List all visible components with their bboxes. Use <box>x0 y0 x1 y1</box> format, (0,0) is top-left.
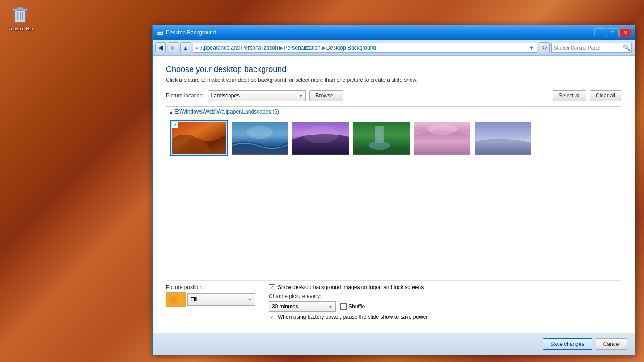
thumbnail-image-6 <box>475 121 531 155</box>
show-logon-row: Show desktop background images on logon … <box>269 284 621 290</box>
picture-position-section: Picture position: Fill ▼ <box>166 284 255 320</box>
dropdown-arrow-icon: ▼ <box>298 93 303 98</box>
change-picture-label: Change picture every: <box>269 293 621 299</box>
window-icon <box>156 29 163 36</box>
battery-checkbox[interactable] <box>269 314 275 320</box>
svg-point-12 <box>247 126 273 139</box>
picture-location-value: Landscapes <box>211 93 240 99</box>
minimize-button[interactable]: ─ <box>594 28 606 37</box>
shuffle-checkbox[interactable] <box>340 303 347 310</box>
svg-point-20 <box>427 124 458 135</box>
show-logon-checkbox[interactable] <box>269 284 275 290</box>
thumbnail-image-2 <box>232 121 288 155</box>
recycle-bin-label: Recycle Bin <box>7 26 33 31</box>
close-button[interactable]: ✕ <box>619 28 631 37</box>
thumbnail-item[interactable] <box>474 120 532 156</box>
refresh-button[interactable]: ↻ <box>539 42 550 53</box>
forward-button[interactable]: ▶ <box>168 42 178 53</box>
thumbnail-item[interactable] <box>292 120 350 156</box>
save-button[interactable]: Save changes <box>543 338 592 350</box>
page-description: Click a picture to make it your desktop … <box>166 77 621 83</box>
thumbnail-checkbox-1[interactable] <box>172 122 178 128</box>
maximize-button[interactable]: □ <box>607 28 619 37</box>
show-logon-label: Show desktop background images on logon … <box>278 284 424 290</box>
path-appearance[interactable]: Appearance and Personalization <box>200 45 278 51</box>
picture-location-dropdown[interactable]: Landscapes ▼ <box>208 90 306 101</box>
thumbnail-item[interactable] <box>352 120 411 156</box>
slideshow-options: Show desktop background images on logon … <box>269 284 621 320</box>
search-button[interactable]: 🔍 <box>622 43 631 52</box>
picture-position-label: Picture position: <box>166 284 255 290</box>
position-dropdown-arrow-icon: ▼ <box>248 297 252 302</box>
picture-position-dropdown[interactable]: Fill ▼ <box>187 293 255 306</box>
title-bar-buttons: ─ □ ✕ <box>594 28 631 37</box>
position-value: Fill <box>191 296 197 303</box>
cancel-button[interactable]: Cancel <box>596 338 627 350</box>
battery-row: When using battery power, pause the slid… <box>269 314 621 320</box>
shuffle-label: Shuffle <box>348 303 365 310</box>
shuffle-row: Shuffle <box>340 303 365 310</box>
svg-rect-8 <box>157 33 159 34</box>
change-picture-row: 30 minutes ▼ Shuffle <box>269 301 621 312</box>
search-box: 🔍 <box>551 43 632 53</box>
address-bar: ◀ ▶ ▲ « Appearance and Personalization ▶… <box>153 40 635 56</box>
path-personalization[interactable]: Personalization <box>284 45 321 51</box>
svg-rect-18 <box>353 122 410 155</box>
thumbnail-item[interactable] <box>170 120 228 156</box>
interval-dropdown[interactable]: 30 minutes ▼ <box>269 301 336 312</box>
interval-dropdown-arrow-icon: ▼ <box>328 304 333 309</box>
picture-location-label: Picture location: <box>166 93 204 99</box>
picture-location-row: Picture location: Landscapes ▼ Browse...… <box>166 90 621 101</box>
svg-rect-2 <box>17 7 23 9</box>
section-header: ▴ E:\Windows\Web\Wallpaper\Landscapes (6… <box>166 107 621 117</box>
thumbnail-item[interactable] <box>413 120 471 156</box>
thumbnail-image-1 <box>172 122 226 154</box>
wallpaper-section: ▴ E:\Windows\Web\Wallpaper\Landscapes (6… <box>166 106 621 274</box>
battery-label: When using battery power, pause the slid… <box>278 314 428 320</box>
clear-all-button[interactable]: Clear all <box>590 90 621 101</box>
bottom-options-row: Picture position: Fill ▼ <box>166 284 621 320</box>
search-input[interactable] <box>552 45 622 51</box>
recycle-bin-icon[interactable]: Recycle Bin <box>7 4 34 31</box>
thumbnail-grid <box>166 117 621 160</box>
page-title: Choose your desktop background <box>166 65 621 74</box>
svg-rect-9 <box>160 33 162 34</box>
thumbnail-image-5 <box>414 121 470 155</box>
title-bar-text: Desktop Background <box>166 29 594 36</box>
thumbnail-image-4 <box>353 121 410 155</box>
svg-point-23 <box>170 296 177 303</box>
interval-value: 30 minutes <box>272 303 298 310</box>
dialog-footer: Save changes Cancel <box>153 333 635 355</box>
svg-rect-7 <box>157 30 163 32</box>
thumbnail-item[interactable] <box>231 120 289 156</box>
browse-button[interactable]: Browse... <box>309 90 343 101</box>
dialog-window: Desktop Background ─ □ ✕ ◀ ▶ ▲ « Appeara… <box>152 25 635 355</box>
collapse-button[interactable]: ▴ <box>170 109 173 115</box>
up-button[interactable]: ▲ <box>180 42 191 53</box>
path-desktop-background[interactable]: Desktop Background <box>326 45 376 51</box>
bottom-controls: Picture position: Fill ▼ <box>166 280 621 324</box>
back-button[interactable]: ◀ <box>155 42 166 53</box>
title-bar: Desktop Background ─ □ ✕ <box>153 25 635 40</box>
svg-point-14 <box>303 126 338 143</box>
folder-path[interactable]: E:\Windows\Web\Wallpaper\Landscapes (6) <box>174 109 279 115</box>
position-thumbnail <box>166 292 186 307</box>
content-area: Choose your desktop background Click a p… <box>153 56 635 333</box>
select-all-button[interactable]: Select all <box>553 90 586 101</box>
address-path: « Appearance and Personalization ▶ Perso… <box>193 43 537 53</box>
thumbnail-image-3 <box>292 121 349 155</box>
position-dropdown-row: Fill ▼ <box>166 292 255 307</box>
